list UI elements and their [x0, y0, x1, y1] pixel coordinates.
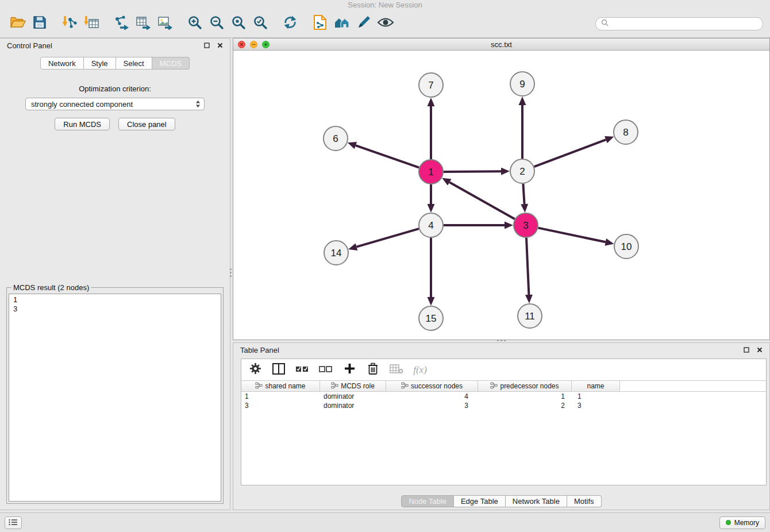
memory-button[interactable]: Memory	[719, 516, 765, 529]
graph-node-11[interactable]: 11	[518, 304, 542, 328]
network-canvas[interactable]: 7968124314101511	[233, 51, 769, 340]
graph-edge-4-15[interactable]	[428, 238, 435, 306]
export-table-button[interactable]	[132, 12, 154, 35]
graph-node-14[interactable]: 14	[324, 241, 348, 265]
export-network-icon	[114, 15, 129, 32]
graph-node-4[interactable]: 4	[419, 213, 443, 237]
tab-select[interactable]: Select	[116, 57, 152, 70]
criterion-dropdown[interactable]: strongly connected component	[25, 98, 205, 110]
deselect-all-rows-button[interactable]	[319, 364, 333, 376]
cell-mcds-role[interactable]: dominator	[320, 401, 386, 410]
table-panel: Table Panel	[233, 342, 770, 510]
graph-node-8[interactable]: 8	[614, 120, 638, 144]
tab-motifs[interactable]: Motifs	[567, 495, 602, 507]
graph-edge-1-6[interactable]	[348, 142, 419, 168]
import-table-icon	[84, 15, 99, 32]
graph-edge-3-10[interactable]	[538, 228, 614, 246]
graph-node-2[interactable]: 2	[510, 159, 534, 183]
export-image-button[interactable]	[154, 12, 176, 35]
select-all-rows-button[interactable]	[295, 364, 309, 376]
graph-node-label: 8	[623, 127, 628, 138]
cell-mcds-role[interactable]: dominator	[320, 392, 386, 401]
graph-node-6[interactable]: 6	[324, 126, 348, 151]
graph-edge-3-11[interactable]	[525, 238, 533, 303]
search-box[interactable]	[595, 17, 763, 30]
zoom-selected-button[interactable]	[249, 12, 271, 35]
run-mcds-button[interactable]: Run MCDS	[55, 118, 110, 130]
refresh-button[interactable]	[279, 12, 301, 35]
column-header-mcds-role[interactable]: MCDS role	[320, 381, 386, 391]
network-file-icon	[313, 14, 327, 33]
zoom-in-button[interactable]	[184, 12, 206, 35]
tab-mcds[interactable]: MCDS	[152, 57, 190, 70]
graph-node-1[interactable]: 1	[419, 160, 443, 184]
tab-node-table[interactable]: Node Table	[401, 495, 454, 507]
home-button[interactable]	[331, 12, 353, 35]
graph-edge-4-14[interactable]	[348, 229, 419, 250]
graph-node-9[interactable]: 9	[510, 72, 534, 96]
panel-splitter-handle[interactable]	[229, 264, 233, 280]
graph-node-10[interactable]: 10	[614, 234, 638, 259]
open-session-button[interactable]	[7, 12, 29, 35]
table-settings-button[interactable]	[248, 363, 262, 377]
graph-edge-1-4[interactable]	[428, 184, 435, 213]
graph-edge-3-1[interactable]	[442, 178, 515, 219]
tab-network[interactable]: Network	[40, 57, 84, 70]
graph-node-7[interactable]: 7	[419, 73, 443, 97]
tab-style[interactable]: Style	[84, 57, 116, 70]
cell-successor-nodes[interactable]: 4	[386, 392, 478, 401]
graph-edge-1-2[interactable]	[444, 168, 510, 175]
show-columns-button[interactable]	[272, 363, 286, 377]
network-window-title: scc.txt	[233, 40, 769, 49]
graph-edge-2-9[interactable]	[519, 97, 526, 159]
graph-edge-2-8[interactable]	[534, 136, 614, 167]
cell-shared-name[interactable]: 1	[241, 392, 320, 401]
graph-node-3[interactable]: 3	[514, 213, 538, 237]
export-network-button[interactable]	[110, 12, 132, 35]
import-network-button[interactable]	[59, 12, 80, 35]
mcds-result-line: 1	[13, 295, 217, 304]
import-table-button[interactable]	[80, 12, 102, 35]
network-graph[interactable]: 7968124314101511	[233, 51, 769, 340]
minimize-window-button[interactable]	[250, 41, 257, 48]
graph-node-15[interactable]: 15	[419, 306, 443, 330]
cell-predecessor-nodes[interactable]: 1	[478, 392, 572, 401]
column-header-successor-nodes[interactable]: successor nodes	[386, 381, 478, 391]
delete-column-button[interactable]	[366, 363, 380, 377]
network-from-file-button[interactable]	[309, 12, 331, 35]
search-input[interactable]	[611, 20, 757, 28]
table-row[interactable]: 1 dominator 4 1 1	[241, 392, 766, 401]
column-header-shared-name[interactable]: shared name	[241, 381, 320, 391]
column-header-predecessor-nodes[interactable]: predecessor nodes	[478, 381, 572, 391]
unchecked-boxes-icon	[319, 364, 333, 376]
panel-splitter-handle[interactable]	[493, 338, 509, 342]
maximize-window-button[interactable]	[262, 41, 270, 48]
cell-name[interactable]: 1	[572, 392, 620, 401]
close-window-button[interactable]	[238, 41, 245, 48]
graph-edge-4-3[interactable]	[444, 222, 513, 229]
float-panel-icon[interactable]	[744, 346, 749, 354]
add-column-button[interactable]	[342, 363, 356, 376]
cell-successor-nodes[interactable]: 3	[386, 401, 478, 410]
close-panel-icon[interactable]	[217, 41, 223, 50]
task-history-button[interactable]	[5, 516, 22, 529]
zoom-fit-button[interactable]	[228, 12, 249, 35]
graphics-details-button[interactable]	[353, 12, 375, 35]
table-row[interactable]: 3 dominator 3 2 3	[241, 401, 766, 410]
birdseye-view-button[interactable]	[375, 12, 396, 35]
graph-edge-1-7[interactable]	[428, 98, 435, 159]
zoom-selected-icon	[253, 15, 268, 32]
graph-node-label: 9	[519, 79, 525, 90]
save-session-button[interactable]	[29, 12, 51, 35]
cell-shared-name[interactable]: 3	[241, 401, 320, 410]
tab-edge-table[interactable]: Edge Table	[454, 495, 506, 507]
tab-network-table[interactable]: Network Table	[506, 495, 567, 507]
column-header-name[interactable]: name	[572, 381, 620, 391]
float-panel-icon[interactable]	[204, 41, 210, 50]
cell-predecessor-nodes[interactable]: 2	[478, 401, 572, 410]
close-panel-icon[interactable]	[757, 346, 763, 354]
zoom-out-button[interactable]	[206, 12, 228, 35]
graph-edge-2-3[interactable]	[521, 184, 528, 213]
close-panel-button[interactable]: Close panel	[118, 118, 175, 130]
cell-name[interactable]: 3	[572, 401, 620, 410]
